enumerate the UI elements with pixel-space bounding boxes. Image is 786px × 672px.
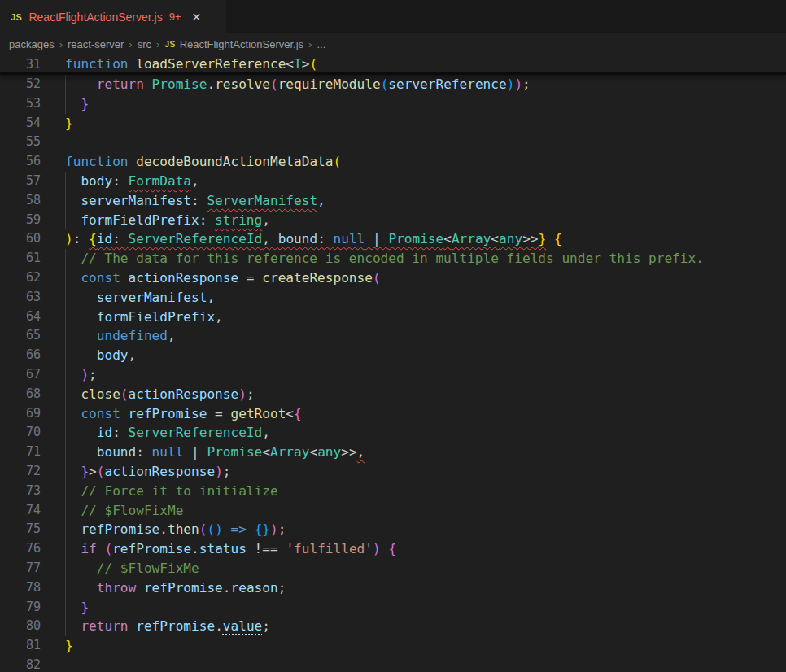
line-number[interactable]: 65 [0,326,41,346]
code-line[interactable]: 52 return Promise.resolve(requireModule(… [0,75,786,94]
code-token: . [191,541,199,556]
breadcrumb-item-more[interactable]: ... [317,38,325,50]
code-token: ( [199,521,207,537]
code-line[interactable]: 77 // $FlowFixMe [0,559,786,578]
indent-guide [65,94,66,114]
code-line[interactable]: 54} [0,114,786,133]
code-token: ServerManifest [207,193,317,208]
js-file-icon: JS [164,40,175,49]
code-token: = [207,406,230,421]
line-number[interactable]: 60 [0,229,41,249]
line-number[interactable]: 54 [0,114,41,133]
code-line[interactable]: 31function loadServerReference<T>( [0,55,786,75]
tab-close-icon[interactable]: ✕ [191,11,201,23]
code-line[interactable]: 70 id: ServerReferenceId, [0,423,786,443]
line-number[interactable]: 75 [0,520,41,539]
code-token: ServerReferenceId [129,425,263,440]
code-line[interactable]: 63 serverManifest, [0,288,786,308]
line-number[interactable]: 67 [0,365,41,385]
code-text: const actionResponse = createResponse( [65,268,786,288]
line-number[interactable]: 74 [0,501,41,521]
tab-reactflightactionserver[interactable]: JS ReactFlightActionServer.js 9+ ✕ [0,0,226,33]
code-line[interactable]: 81} [0,636,786,656]
code-line[interactable]: 74 // $FlowFixMe [0,501,786,521]
line-number[interactable]: 55 [0,133,41,152]
indent-guide [81,308,81,327]
line-number[interactable]: 80 [0,617,41,636]
breadcrumb-item-react-server[interactable]: react-server [68,38,124,50]
code-token: : [317,231,333,247]
line-number[interactable]: 31 [0,55,41,74]
line-number[interactable]: 56 [0,152,41,172]
code-line[interactable]: 65 undefined, [0,326,786,346]
code-token: : [136,444,151,460]
code-token [546,231,554,247]
line-number[interactable]: 73 [0,482,41,501]
code-line[interactable]: 53 } [0,94,786,114]
code-line[interactable]: 58 serverManifest: ServerManifest, [0,191,786,211]
code-line[interactable]: 68 close(actionResponse); [0,385,786,404]
line-number[interactable]: 81 [0,636,41,656]
code-line[interactable]: 62 const actionResponse = createResponse… [0,268,786,288]
code-token: { [89,231,97,247]
line-number[interactable]: 63 [0,288,41,308]
line-number[interactable]: 66 [0,346,41,365]
line-number[interactable]: 53 [0,94,41,114]
code-line[interactable]: 56function decodeBoundActionMetaData( [0,152,786,172]
line-number[interactable]: 57 [0,172,41,191]
code-line[interactable]: 67 ); [0,365,786,385]
line-number[interactable]: 77 [0,559,41,578]
code-line[interactable]: 57 body: FormData, [0,172,786,191]
code-line[interactable]: 82 [0,656,786,672]
code-text: ): {id: ServerReferenceId, bound: null |… [65,229,786,249]
code-line[interactable]: 80 return refPromise.value; [0,617,786,636]
breadcrumb-item-file[interactable]: JSReactFlightActionServer.js [164,38,303,50]
code-token: > [302,56,310,72]
code-token: ; [89,367,97,382]
line-number[interactable]: 69 [0,404,41,424]
line-number[interactable]: 79 [0,598,41,617]
code-line[interactable]: 78 throw refPromise.reason; [0,578,786,598]
breadcrumb-item-src[interactable]: src [138,38,151,50]
code-token: , [168,328,176,343]
code-line[interactable]: 76 if (refPromise.status !== 'fulfilled'… [0,539,786,559]
line-number[interactable]: 68 [0,385,41,404]
code-token: ( [104,541,112,556]
code-token: T [294,56,302,72]
code-line[interactable]: 69 const refPromise = getRoot<{ [0,404,786,424]
sticky-scroll-line[interactable]: 31function loadServerReference<T>( [0,55,786,75]
line-number[interactable]: 52 [0,75,41,94]
code-token [223,521,231,537]
code-token: bound [278,231,317,247]
code-token: Promise [152,76,207,92]
line-number[interactable]: 71 [0,443,41,462]
code-line[interactable]: 71 bound: null | Promise<Array<any>>, [0,443,786,462]
line-number[interactable]: 61 [0,249,41,268]
code-token: null [334,231,365,247]
code-line[interactable]: 59 formFieldPrefix: string, [0,211,786,230]
breadcrumb-item-packages[interactable]: packages [9,38,55,50]
line-number[interactable]: 59 [0,211,41,230]
line-number[interactable]: 72 [0,462,41,482]
code-line[interactable]: 66 body, [0,346,786,365]
code-text: if (refPromise.status !== 'fulfilled') { [65,539,786,559]
code-line[interactable]: 79 } [0,598,786,617]
code-line[interactable]: 75 refPromise.then(() => {}); [0,520,786,539]
line-number[interactable]: 64 [0,308,41,327]
code-line[interactable]: 64 formFieldPrefix, [0,308,786,327]
code-token [247,521,255,537]
line-number[interactable]: 78 [0,578,41,598]
line-number[interactable]: 62 [0,268,41,288]
code-token: ; [223,464,231,479]
code-token: then [168,521,199,537]
code-line[interactable]: 72 }>(actionResponse); [0,462,786,482]
line-number[interactable]: 76 [0,539,41,559]
code-line[interactable]: 73 // Force it to initialize [0,482,786,501]
code-line[interactable]: 60): {id: ServerReferenceId, bound: null… [0,229,786,249]
code-line[interactable]: 55 [0,133,786,152]
line-number[interactable]: 58 [0,191,41,211]
line-number[interactable]: 82 [0,656,41,672]
indent-guide [65,191,66,211]
code-line[interactable]: 61 // The data for this reference is enc… [0,249,786,268]
line-number[interactable]: 70 [0,423,41,443]
